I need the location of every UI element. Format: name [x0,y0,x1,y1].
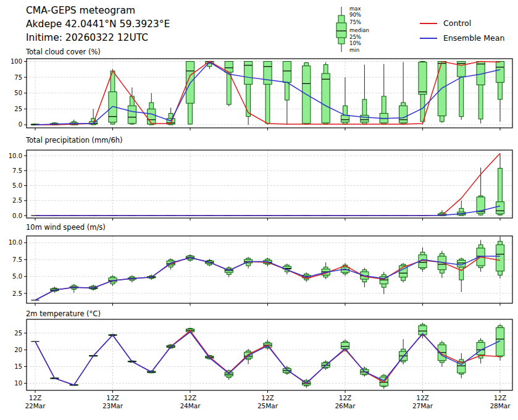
y-tick-label: 0.0 [12,212,22,219]
x-tick-date-label: 25Mar [257,402,278,410]
y-tick-label: 10.0 [9,153,22,159]
y-tick-label: 5.0 [12,182,22,189]
x-tick-date-label: 22Mar [25,402,46,410]
x-tick-date-label: 26Mar [335,402,356,410]
y-tick-label: 2.5 [12,197,22,204]
panel-frame [27,150,512,218]
y-tick-label: 15 [14,363,22,370]
y-tick-label: 7.5 [12,256,22,263]
panel-total-cloud-cover: 0255075100 [10,58,512,130]
y-tick-label: 10.0 [9,239,22,246]
meteogram-plots: 02550751000.02.55.07.510.02.55.07.510.01… [0,0,518,420]
x-tick-time-label: 12Z [106,394,119,401]
gridlines [27,150,512,218]
x-tick-time-label: 12Z [416,394,429,401]
x-tick-date-label: 24Mar [180,402,201,410]
x-tick-time-label: 12Z [339,394,352,401]
panel-total-precipitation: 0.02.55.07.510.0 [9,150,512,220]
y-tick-label: 5.0 [12,273,22,280]
y-tick-label: 25 [14,330,22,337]
panel-temperature-2m: 10152025 [14,319,512,393]
meteogram-canvas: CMA-GEPS meteogram Akdepe 42.0441°N 59.3… [0,0,518,420]
x-tick-time-label: 12Z [184,394,197,401]
y-tick-label: 7.5 [12,167,22,174]
y-tick-label: 50 [14,90,22,96]
y-tick-label: 25 [14,106,22,112]
y-tick-label: 100 [10,58,22,65]
x-tick-time-label: 12Z [29,394,42,401]
y-tick-label: 75 [14,74,22,81]
x-tick-time-label: 12Z [494,394,507,401]
y-tick-label: 0 [19,121,22,128]
y-tick-label: 20 [14,346,22,353]
panel-wind-speed-10m: 2.55.07.510.0 [9,236,512,306]
y-tick-label: 10 [14,380,22,387]
x-axis-labels: 12Z22Mar12Z23Mar12Z24Mar12Z25Mar12Z26Mar… [25,394,511,410]
y-tick-label: 2.5 [12,290,22,297]
x-tick-date-label: 27Mar [412,402,433,410]
ensemble-mean-line [35,206,500,216]
x-tick-date-label: 28Mar [490,402,511,410]
x-tick-time-label: 12Z [261,394,274,401]
x-tick-date-label: 23Mar [102,402,123,410]
